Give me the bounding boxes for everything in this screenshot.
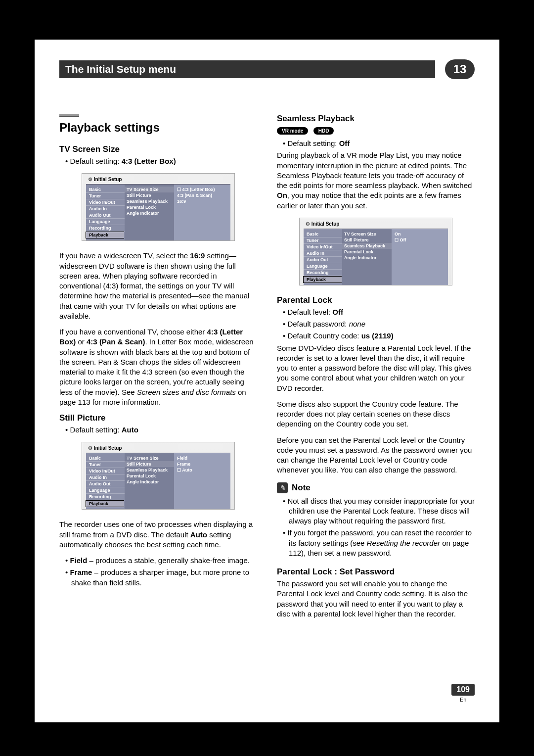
note-heading: ✎ Note (277, 482, 475, 493)
menu-mid-item: Seamless Playback (125, 467, 174, 473)
menu-left-item: Audio Out (304, 257, 342, 263)
page-footer: 109 En (451, 684, 475, 703)
menu-left-item-selected: Playback (86, 232, 124, 238)
document-page: The Initial Setup menu 13 Playback setti… (35, 40, 499, 722)
parental-paragraph1: Some DVD-Video discs feature a Parental … (277, 343, 475, 393)
set-password-heading: Parental Lock : Set Password (277, 567, 475, 577)
menu-mid-item: Still Picture (125, 461, 174, 467)
menu-mid-item: Parental Lock (342, 249, 392, 255)
menu-left-item: Tuner (304, 237, 342, 244)
menu-left-item-selected: Playback (303, 276, 342, 283)
parental-paragraph3: Before you can set the Parental Lock lev… (277, 435, 475, 475)
menu-right-item: Field (174, 455, 230, 461)
tvscreen-paragraph1: If you have a widescreen TV, select the … (59, 251, 257, 321)
menu-mid-item: Seamless Playback (342, 243, 392, 249)
note-icon: ✎ (277, 482, 288, 493)
hdd-badge: HDD (313, 127, 334, 135)
seamless-default: Default setting: Off (277, 139, 475, 148)
left-column: Playback settings TV Screen Size Default… (59, 114, 257, 625)
menu-left-item: Audio Out (86, 212, 125, 219)
menu-left-item: Language (86, 219, 125, 225)
menu-mid-item: Angle Indicator (125, 210, 174, 216)
menu-left-item: Audio In (86, 474, 125, 481)
menu-right-item: 4:3 (Pan & Scan) (174, 192, 230, 198)
chapter-title: The Initial Setup menu (59, 60, 435, 78)
menu-left-item: Video In/Out (304, 244, 342, 250)
menu-mid-item: Angle Indicator (342, 255, 392, 261)
seamless-menu-screenshot: Initial Setup Basic Tuner Video In/Out A… (299, 218, 452, 285)
menu-right-item: On (392, 231, 448, 237)
still-menu-screenshot: Initial Setup Basic Tuner Video In/Out A… (82, 442, 235, 510)
menu-title: Initial Setup (86, 177, 230, 182)
menu-left-item-selected: Playback (86, 500, 124, 507)
menu-mid-item: TV Screen Size (125, 455, 174, 461)
note-bullet-2: If you forget the password, you can rese… (277, 528, 475, 558)
still-bullet-frame: Frame – produces a sharper image, but mo… (59, 567, 257, 588)
menu-mid-item: Still Picture (125, 192, 174, 198)
parental-paragraph2: Some discs also support the Country code… (277, 399, 475, 429)
menu-mid-item: TV Screen Size (342, 231, 392, 237)
menu-title: Initial Setup (86, 445, 230, 451)
menu-left-item: Audio In (304, 250, 342, 257)
seamless-paragraph1: During playback of a VR mode Play List, … (277, 150, 475, 211)
menu-left-item: Recording (86, 225, 125, 232)
page-number-badge: 109 (451, 684, 475, 696)
still-paragraph1: The recorder uses one of two processes w… (59, 520, 257, 550)
chapter-number-badge: 13 (445, 59, 475, 79)
tvscreen-menu-screenshot: Initial Setup Basic Tuner Video In/Out A… (82, 173, 235, 241)
page-language: En (451, 697, 475, 703)
menu-mid-item: TV Screen Size (125, 187, 174, 192)
menu-left-item: Video In/Out (86, 199, 125, 206)
menu-left-item: Video In/Out (86, 468, 125, 474)
menu-mid-item: Parental Lock (125, 204, 174, 210)
parental-default-password: Default password: none (277, 319, 475, 329)
menu-mid-item: Parental Lock (125, 473, 174, 479)
parental-default-country: Default Country code: us (2119) (277, 331, 475, 341)
chapter-header: The Initial Setup menu 13 (59, 59, 475, 79)
menu-right-item: Frame (174, 461, 230, 467)
menu-right-item: 16:9 (174, 198, 230, 204)
tvscreen-default: Default setting: 4:3 (Letter Box) (59, 156, 257, 166)
parental-lock-heading: Parental Lock (277, 295, 475, 305)
menu-left-item: Language (86, 487, 125, 494)
tvscreen-paragraph2: If you have a conventional TV, choose ei… (59, 327, 257, 407)
seamless-playback-heading: Seamless Playback (277, 114, 475, 124)
menu-left-item: Tuner (86, 193, 125, 199)
menu-left-item: Basic (304, 231, 342, 237)
menu-right-item: ☐ Off (392, 237, 448, 243)
menu-right-item: ☐ 4:3 (Letter Box) (174, 187, 230, 192)
playback-settings-heading: Playback settings (59, 121, 257, 135)
still-default: Default setting: Auto (59, 425, 257, 435)
note-bullet-1: Not all discs that you may consider inap… (277, 496, 475, 526)
menu-left-item: Language (304, 263, 342, 270)
right-column: Seamless Playback VR mode HDD Default se… (277, 114, 475, 625)
still-picture-heading: Still Picture (59, 413, 257, 423)
menu-right-item: ☐ Auto (174, 467, 230, 473)
menu-left-item: Recording (86, 494, 125, 500)
set-password-paragraph: The password you set will enable you to … (277, 579, 475, 619)
tv-screen-size-heading: TV Screen Size (59, 144, 257, 154)
menu-left-item: Basic (86, 187, 125, 193)
menu-title: Initial Setup (304, 221, 448, 227)
section-marker (59, 114, 79, 117)
menu-left-item: Audio In (86, 206, 125, 212)
mode-badges: VR mode HDD (277, 126, 475, 139)
vrmode-badge: VR mode (277, 127, 308, 135)
menu-left-item: Tuner (86, 462, 125, 468)
menu-left-item: Recording (304, 270, 342, 276)
note-label: Note (292, 483, 311, 493)
menu-left-item: Basic (86, 455, 125, 462)
still-bullet-field: Field – produces a stable, generally sha… (59, 556, 257, 566)
menu-mid-item: Seamless Playback (125, 198, 174, 204)
menu-mid-item: Still Picture (342, 237, 392, 243)
menu-left-item: Audio Out (86, 481, 125, 487)
menu-mid-item: Angle Indicator (125, 479, 174, 485)
parental-default-level: Default level: Off (277, 307, 475, 317)
